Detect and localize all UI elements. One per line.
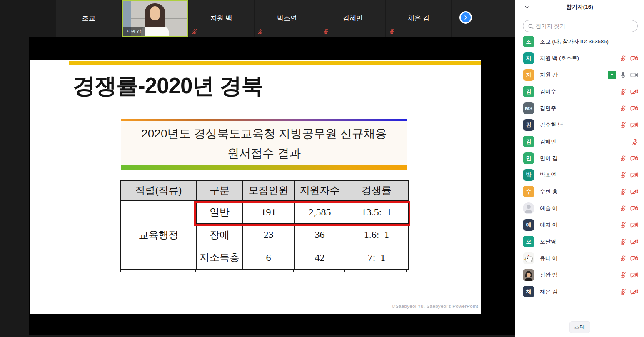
participant-status-icons (620, 222, 638, 229)
shared-screen-stage: 경쟁률-2020년 경북 2020년도 경상북도교육청 지방공무원 신규채용 원… (29, 37, 515, 335)
table-header-cell: 경쟁률 (345, 181, 408, 201)
video-tile-1[interactable]: 조교 (56, 0, 121, 37)
slide-accent-bar (69, 61, 481, 65)
table-header-cell: 지원자수 (295, 181, 345, 201)
mic-muted-icon (620, 288, 627, 295)
tile-name-label: 지원 백 (210, 14, 232, 23)
zoom-meeting-window: 조교 지원 강지원 백박소연김혜민채은 김 경쟁률-2020년 경북 2020년… (0, 0, 644, 337)
next-page-button[interactable] (459, 11, 472, 24)
avatar: 민 (523, 152, 534, 164)
participant-name: 지원 백 (호스트) (540, 55, 620, 62)
participant-status-icons (620, 155, 638, 162)
chevron-right-icon (461, 12, 471, 22)
tile-name-label: 채은 김 (408, 14, 429, 23)
participant-name: 조교 (나, 참가자 ID: 363585) (540, 38, 638, 45)
participant-row[interactable]: 예슬 이 (515, 200, 644, 217)
participants-panel: 참가자(16) 조조교 (나, 참가자 ID: 363585)지지원 백 (호스… (515, 0, 644, 337)
presentation-slide: 경쟁률-2020년 경북 2020년도 경상북도교육청 지방공무원 신규채용 원… (30, 60, 481, 314)
participant-status-icons (620, 172, 638, 179)
search-icon (528, 23, 534, 30)
participant-name: 예슬 이 (540, 205, 620, 212)
mic-muted-icon (632, 138, 638, 145)
participant-row[interactable]: 예예지 이 (515, 217, 644, 233)
participant-status-icons (620, 205, 638, 212)
title-underline (70, 110, 481, 110)
subtitle-gradient-bottom (121, 165, 407, 170)
mic-muted-icon (620, 238, 627, 245)
mic-muted-icon (620, 88, 627, 95)
camera-off-icon (630, 105, 638, 112)
mic-muted-icon (323, 28, 329, 35)
participant-row[interactable]: 채채은 김 (515, 283, 644, 300)
camera-off-icon (630, 188, 638, 195)
video-tile-3[interactable]: 지원 백 (189, 0, 254, 37)
mic-muted-icon (620, 122, 627, 129)
camera-off-icon (630, 205, 638, 212)
camera-off-icon (630, 222, 638, 228)
table-cell-ratio: 1.6: 1 (345, 224, 408, 246)
participant-name: 채은 김 (540, 288, 620, 295)
participant-row[interactable]: 지지원 강 (515, 67, 644, 83)
video-tile-6[interactable]: 채은 김 (386, 0, 451, 37)
mic-muted-icon (620, 172, 627, 179)
slide-subtitle-box: 2020년도 경상북도교육청 지방공무원 신규채용 원서접수 결과 (121, 119, 407, 170)
tile-name-label: 김혜민 (343, 14, 363, 23)
subtitle-line1: 2020년도 경상북도교육청 지방공무원 신규채용 (141, 126, 387, 142)
slide-title: 경쟁률-2020년 경북 (73, 71, 263, 101)
participant-search-box[interactable] (523, 20, 638, 32)
video-tile-4[interactable]: 박소연 (255, 0, 320, 37)
participant-status-icons (620, 288, 638, 295)
participant-row[interactable]: 박박소연 (515, 167, 644, 183)
avatar (523, 252, 534, 264)
invite-button[interactable]: 초대 (569, 321, 590, 333)
participant-row[interactable]: 조조교 (나, 참가자 ID: 363585) (515, 33, 644, 50)
table-stub (293, 270, 294, 272)
mic-muted-icon (389, 28, 395, 35)
avatar: 김 (523, 136, 534, 147)
participant-row[interactable]: 김김미수 (515, 83, 644, 100)
mic-muted-icon (620, 55, 627, 62)
participant-row[interactable]: 김김혜민 (515, 133, 644, 150)
video-tile-5[interactable]: 김혜민 (320, 0, 385, 37)
participant-row[interactable]: 유나 이 (515, 250, 644, 267)
mic-muted-icon (620, 272, 627, 279)
avatar: 지 (523, 52, 534, 64)
participant-name: 오달영 (540, 238, 620, 245)
participant-row[interactable]: 김김수현 남 (515, 117, 644, 133)
participant-name: 유나 이 (540, 255, 620, 262)
search-input[interactable] (536, 21, 635, 31)
participant-name: 민아 김 (540, 155, 620, 162)
participant-row[interactable]: M3김민주 (515, 100, 644, 117)
avatar: 예 (523, 219, 534, 231)
avatar: 박 (523, 169, 534, 181)
video-tile-2[interactable]: 지원 강 (122, 0, 188, 37)
table-cell-positions: 191 (243, 201, 295, 224)
camera-off-icon (630, 255, 638, 262)
table-stub (406, 270, 407, 272)
camera-off-icon (630, 238, 638, 245)
slide-footer-credit: ©Saebyeol Yu. Saebyeol's PowerPoint (392, 304, 478, 309)
mic-muted-icon (620, 155, 627, 162)
avatar: 채 (523, 286, 534, 297)
table-cell-applicants: 42 (295, 246, 345, 269)
participant-row[interactable]: 민민아 김 (515, 150, 644, 167)
participant-status-icons (620, 272, 638, 279)
avatar: 김 (523, 86, 534, 97)
chevron-down-icon[interactable] (524, 5, 530, 10)
camera-off-icon (630, 288, 638, 295)
table-stub (120, 270, 121, 272)
participant-row[interactable]: 정완 임 (515, 267, 644, 283)
participants-title: 참가자(16) (515, 0, 644, 14)
participant-status-icons (620, 105, 638, 112)
table-cell-applicants: 36 (295, 224, 345, 246)
participant-status-icons (620, 255, 638, 262)
video-tiles: 조교 지원 강지원 백박소연김혜민채은 김 (56, 0, 451, 37)
participant-row[interactable]: 수수빈 홍 (515, 183, 644, 200)
avatar: 오 (523, 236, 534, 247)
table-cell-division: 장애 (197, 224, 243, 246)
participants-list: 조조교 (나, 참가자 ID: 363585)지지원 백 (호스트)지지원 강김… (515, 33, 644, 300)
camera-off-icon (630, 155, 638, 162)
video-strip: 조교 지원 강지원 백박소연김혜민채은 김 (0, 0, 515, 37)
participant-row[interactable]: 오오달영 (515, 233, 644, 250)
participant-row[interactable]: 지지원 백 (호스트) (515, 50, 644, 67)
